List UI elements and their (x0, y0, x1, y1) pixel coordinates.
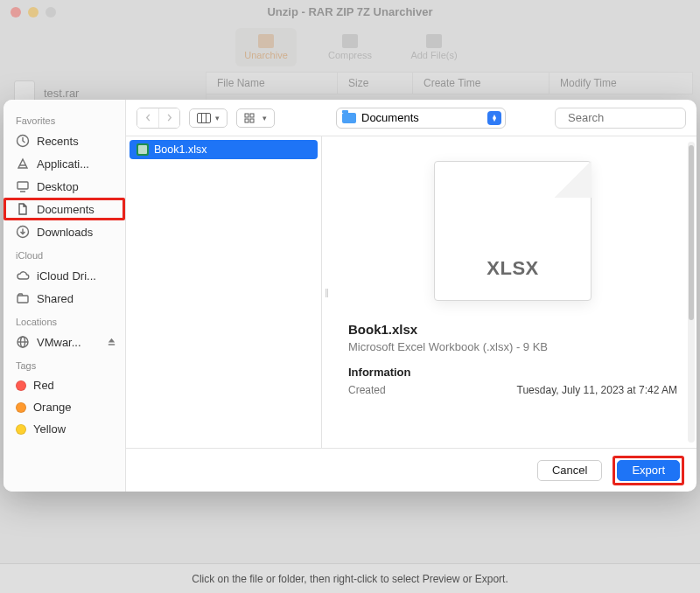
download-icon (16, 225, 30, 239)
path-popup[interactable]: Documents ▴▾ (336, 108, 506, 129)
desktop-icon (16, 179, 30, 193)
forward-button[interactable] (158, 108, 179, 128)
file-row-label: Book1.xlsx (154, 143, 206, 156)
sidebar-item-shared[interactable]: Shared (4, 287, 125, 310)
preview-thumbnail: XLSX (434, 161, 592, 301)
svg-rect-5 (18, 296, 28, 303)
apps-icon (16, 157, 30, 171)
tag-dot-icon (16, 402, 26, 413)
column-resize-handle[interactable]: ‖ (322, 136, 329, 448)
tag-yellow[interactable]: Yellow (4, 418, 125, 440)
sidebar-head-icloud: iCloud (4, 243, 125, 264)
svg-rect-9 (108, 344, 115, 345)
chevron-down-icon: ▾ (262, 114, 267, 122)
doc-icon (16, 202, 30, 216)
cloud-icon (16, 269, 30, 283)
eject-icon[interactable] (107, 336, 116, 349)
sidebar-item-label: Orange (33, 401, 71, 414)
file-row[interactable]: Book1.xlsx (130, 140, 318, 159)
status-bar: Click on the file or folder, then right-… (0, 563, 700, 593)
folder-shared-icon (16, 291, 30, 305)
chevron-down-icon: ▾ (215, 114, 220, 122)
clock-icon (16, 134, 30, 148)
tag-orange[interactable]: Orange (4, 396, 125, 418)
tag-red[interactable]: Red (4, 374, 125, 396)
preview-scrollbar[interactable] (688, 142, 695, 443)
export-sheet: Favorites RecentsApplicati...DesktopDocu… (4, 100, 696, 492)
svg-rect-15 (245, 119, 248, 122)
sidebar-item-label: VMwar... (37, 336, 81, 349)
sidebar-item-label: Shared (37, 292, 74, 305)
globe-icon (16, 335, 30, 349)
preview-info-heading: Information (348, 366, 677, 379)
back-button[interactable] (137, 108, 158, 128)
preview-file-desc: Microsoft Excel Workbook (.xlsx) - 9 KB (348, 340, 677, 353)
sidebar-item-documents[interactable]: Documents (4, 198, 125, 220)
xlsx-file-icon (136, 143, 149, 156)
svg-rect-10 (198, 113, 211, 122)
folder-icon (342, 113, 356, 123)
sidebar-item-label: Yellow (33, 422, 66, 436)
sidebar-item-label: Desktop (37, 180, 79, 193)
sheet-toolbar: ▾ ▾ Documents ▴▾ (126, 100, 696, 136)
sidebar-item-desktop[interactable]: Desktop (4, 175, 125, 198)
columns-icon (197, 113, 211, 123)
nav-buttons (136, 108, 180, 129)
sidebar-item-recents[interactable]: Recents (4, 129, 125, 152)
cancel-button[interactable]: Cancel (537, 460, 602, 481)
export-highlight: Export (612, 456, 684, 485)
tag-dot-icon (16, 380, 26, 391)
svg-rect-2 (18, 182, 28, 189)
search-field[interactable] (555, 108, 686, 129)
svg-rect-16 (250, 119, 254, 122)
info-value: Tuesday, July 11, 2023 at 7:42 AM (517, 384, 677, 396)
sidebar-head-favorites: Favorites (4, 108, 125, 129)
sidebar-head-tags: Tags (4, 353, 125, 374)
sidebar-item-label: Recents (37, 135, 79, 148)
sheet-main: ▾ ▾ Documents ▴▾ Book1.xlsx ‖ (126, 100, 696, 492)
preview-pane: XLSX Book1.xlsx Microsoft Excel Workbook… (329, 136, 696, 448)
sidebar-item-icloud-dri[interactable]: iCloud Dri... (4, 264, 125, 287)
tag-dot-icon (16, 424, 26, 435)
sidebar-item-label: Documents (37, 203, 94, 216)
svg-rect-14 (250, 114, 254, 117)
path-dropdown-icon: ▴▾ (487, 111, 501, 125)
sidebar-item-vmwar[interactable]: VMwar... (4, 331, 125, 353)
sheet-button-bar: Cancel Export (126, 448, 696, 492)
sidebar-item-label: iCloud Dri... (37, 269, 96, 283)
file-column[interactable]: Book1.xlsx (126, 136, 322, 448)
sidebar-item-label: Downloads (37, 226, 93, 239)
preview-info-row: CreatedTuesday, July 11, 2023 at 7:42 AM (348, 384, 677, 396)
grid-icon (244, 113, 258, 123)
view-columns-button[interactable]: ▾ (189, 108, 228, 128)
sidebar-item-applicati[interactable]: Applicati... (4, 152, 125, 175)
sidebar: Favorites RecentsApplicati...DesktopDocu… (4, 100, 126, 492)
sheet-content: Book1.xlsx ‖ XLSX Book1.xlsx Microsoft E… (126, 136, 696, 448)
preview-file-name: Book1.xlsx (348, 322, 677, 337)
group-by-button[interactable]: ▾ (236, 108, 275, 128)
search-input[interactable] (568, 111, 696, 124)
export-button[interactable]: Export (617, 460, 680, 481)
sidebar-head-locations: Locations (4, 310, 125, 331)
preview-badge: XLSX (434, 257, 592, 280)
path-label: Documents (361, 111, 419, 124)
sidebar-item-label: Applicati... (37, 157, 89, 171)
info-key: Created (348, 384, 386, 396)
svg-rect-13 (245, 114, 248, 117)
sidebar-item-label: Red (33, 379, 54, 392)
sidebar-item-downloads[interactable]: Downloads (4, 220, 125, 243)
page-fold-icon (555, 161, 592, 198)
